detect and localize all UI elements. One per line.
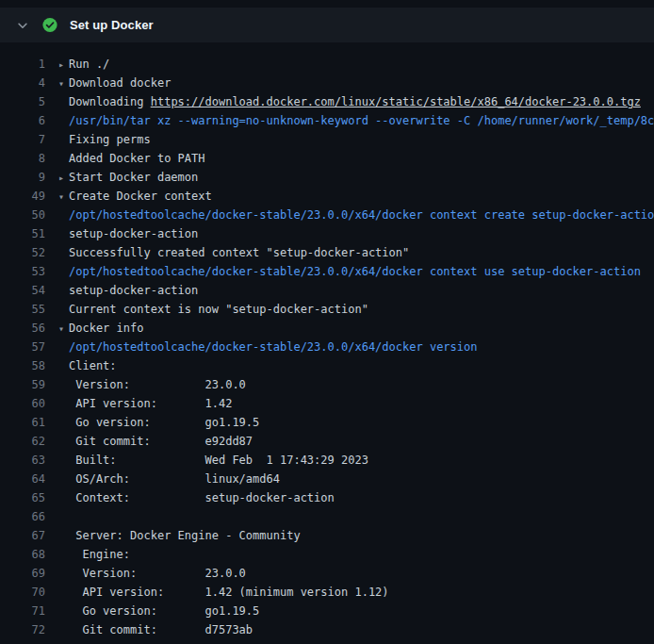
log-line: 5Downloading https://download.docker.com… bbox=[0, 92, 654, 111]
log-line: 62 Git commit: e92dd87 bbox=[0, 432, 654, 451]
group-title: Run ./ bbox=[69, 58, 109, 71]
log-text: Added Docker to PATH bbox=[58, 149, 205, 168]
log-text: OS/Arch: linux/amd64 bbox=[58, 470, 280, 488]
line-number[interactable]: 62 bbox=[0, 432, 45, 451]
line-number[interactable]: 61 bbox=[0, 413, 45, 432]
line-number[interactable]: 9 bbox=[0, 168, 45, 187]
log-text: Downloading bbox=[69, 95, 151, 108]
log-text: Git commit: e92dd87 bbox=[58, 432, 253, 451]
log-line[interactable]: 4▾Download docker bbox=[0, 74, 654, 92]
log-text: Go version: go1.19.5 bbox=[58, 602, 259, 620]
log-text: setup-docker-action bbox=[58, 224, 198, 243]
group-expanded-icon[interactable]: ▾ bbox=[58, 188, 69, 206]
log-text: Built: Wed Feb 1 17:43:29 2023 bbox=[58, 451, 368, 470]
log-text: Fixing perms bbox=[58, 130, 151, 149]
log-text bbox=[58, 507, 69, 526]
log-text: Engine: bbox=[58, 545, 130, 564]
log-text: Client: bbox=[58, 356, 117, 375]
log-text: Go version: go1.19.5 bbox=[58, 413, 259, 432]
log-line: 71 Go version: go1.19.5 bbox=[0, 602, 654, 620]
group-title: Create Docker context bbox=[69, 190, 212, 203]
log-line: 60 API version: 1.42 bbox=[0, 394, 654, 413]
line-number[interactable]: 63 bbox=[0, 451, 45, 470]
line-number[interactable]: 4 bbox=[0, 74, 45, 92]
log-command-text: /opt/hostedtoolcache/docker-stable/23.0.… bbox=[58, 338, 477, 356]
line-number[interactable]: 6 bbox=[0, 111, 45, 130]
log-line: 50/opt/hostedtoolcache/docker-stable/23.… bbox=[0, 206, 654, 224]
line-number[interactable]: 52 bbox=[0, 243, 45, 262]
log-line: 8Added Docker to PATH bbox=[0, 149, 654, 168]
line-number[interactable]: 68 bbox=[0, 545, 45, 564]
log-line: 67 Server: Docker Engine - Community bbox=[0, 526, 654, 545]
log-line: 54setup-docker-action bbox=[0, 281, 654, 300]
log-text: setup-docker-action bbox=[58, 281, 198, 300]
group-expanded-icon[interactable]: ▾ bbox=[58, 74, 69, 93]
log-line: 52Successfully created context "setup-do… bbox=[0, 243, 654, 262]
line-number[interactable]: 7 bbox=[0, 130, 45, 149]
log-text: Server: Docker Engine - Community bbox=[58, 526, 301, 545]
step-header[interactable]: Set up Docker bbox=[0, 8, 654, 42]
line-number[interactable]: 71 bbox=[0, 602, 45, 620]
log-line: 61 Go version: go1.19.5 bbox=[0, 413, 654, 432]
line-number[interactable]: 65 bbox=[0, 488, 45, 507]
log-line: 58Client: bbox=[0, 356, 654, 375]
line-number[interactable]: 50 bbox=[0, 206, 45, 224]
log-area: 1▸Run ./4▾Download docker5Downloading ht… bbox=[0, 53, 654, 644]
group-title: Download docker bbox=[69, 76, 171, 90]
group-expanded-icon[interactable]: ▾ bbox=[58, 320, 69, 339]
check-circle-icon bbox=[42, 18, 57, 33]
group-collapsed-icon[interactable]: ▸ bbox=[58, 169, 69, 188]
line-number[interactable]: 53 bbox=[0, 262, 45, 281]
log-command-text: /opt/hostedtoolcache/docker-stable/23.0.… bbox=[58, 206, 654, 224]
log-line: 65 Context: setup-docker-action bbox=[0, 488, 654, 507]
line-number[interactable]: 49 bbox=[0, 187, 45, 206]
line-number[interactable]: 55 bbox=[0, 300, 45, 319]
log-command-text: /usr/bin/tar xz --warning=no-unknown-key… bbox=[58, 111, 654, 130]
step-title: Set up Docker bbox=[70, 18, 154, 32]
log-line[interactable]: 49▾Create Docker context bbox=[0, 187, 654, 206]
log-text: Version: 23.0.0 bbox=[58, 375, 246, 394]
log-line: 51setup-docker-action bbox=[0, 224, 654, 243]
chevron-down-icon[interactable] bbox=[15, 18, 30, 33]
log-line: 63 Built: Wed Feb 1 17:43:29 2023 bbox=[0, 451, 654, 470]
log-text: Successfully created context "setup-dock… bbox=[58, 243, 409, 262]
log-line: 68 Engine: bbox=[0, 545, 654, 564]
log-text: Version: 23.0.0 bbox=[58, 564, 246, 583]
log-line: 72 Git commit: d7573ab bbox=[0, 620, 654, 639]
line-number[interactable]: 51 bbox=[0, 224, 45, 243]
log-text: API version: 1.42 (minimum version 1.12) bbox=[58, 583, 389, 602]
line-number[interactable]: 67 bbox=[0, 526, 45, 545]
log-line: 70 API version: 1.42 (minimum version 1.… bbox=[0, 583, 654, 602]
log-line: 59 Version: 23.0.0 bbox=[0, 375, 654, 394]
line-number[interactable]: 8 bbox=[0, 149, 45, 168]
group-title: Docker info bbox=[69, 322, 143, 335]
line-number[interactable]: 58 bbox=[0, 356, 45, 375]
group-collapsed-icon[interactable]: ▸ bbox=[58, 56, 69, 74]
line-number[interactable]: 69 bbox=[0, 564, 45, 583]
line-number[interactable]: 59 bbox=[0, 375, 45, 394]
line-number[interactable]: 57 bbox=[0, 338, 45, 356]
line-number[interactable]: 60 bbox=[0, 394, 45, 413]
line-number[interactable]: 1 bbox=[0, 55, 45, 74]
log-line: 57/opt/hostedtoolcache/docker-stable/23.… bbox=[0, 338, 654, 356]
line-number[interactable]: 5 bbox=[0, 92, 45, 111]
line-number[interactable]: 64 bbox=[0, 470, 45, 488]
log-line[interactable]: 1▸Run ./ bbox=[0, 55, 654, 74]
log-line: 6/usr/bin/tar xz --warning=no-unknown-ke… bbox=[0, 111, 654, 130]
log-line: 7Fixing perms bbox=[0, 130, 654, 149]
log-line: 55Current context is now "setup-docker-a… bbox=[0, 300, 654, 319]
log-line: 53/opt/hostedtoolcache/docker-stable/23.… bbox=[0, 262, 654, 281]
log-line[interactable]: 56▾Docker info bbox=[0, 319, 654, 338]
log-line[interactable]: 9▸Start Docker daemon bbox=[0, 168, 654, 187]
line-number[interactable]: 56 bbox=[0, 319, 45, 338]
line-number[interactable]: 70 bbox=[0, 583, 45, 602]
log-line: 69 Version: 23.0.0 bbox=[0, 564, 654, 583]
log-link[interactable]: https://download.docker.com/linux/static… bbox=[151, 95, 641, 108]
line-number[interactable]: 72 bbox=[0, 620, 45, 639]
log-text: Context: setup-docker-action bbox=[58, 488, 335, 507]
log-text: API version: 1.42 bbox=[58, 394, 232, 413]
log-command-text: /opt/hostedtoolcache/docker-stable/23.0.… bbox=[58, 262, 641, 281]
line-number[interactable]: 66 bbox=[0, 507, 45, 526]
line-number[interactable]: 54 bbox=[0, 281, 45, 300]
log-text: Current context is now "setup-docker-act… bbox=[58, 300, 368, 319]
